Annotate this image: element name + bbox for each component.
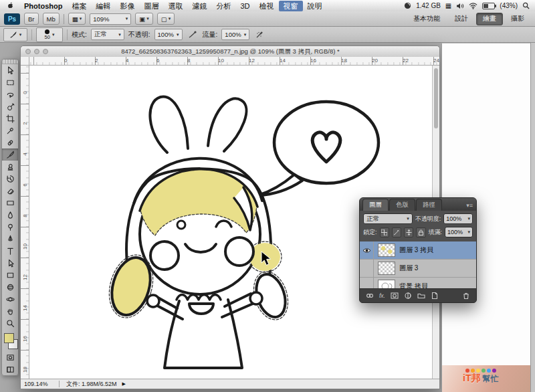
eraser-tool[interactable] — [2, 185, 18, 197]
screen-mode-toggle-icon[interactable] — [2, 363, 18, 375]
menu-view[interactable]: 檢視 — [255, 1, 279, 11]
layer-row[interactable]: 背景 拷貝 — [360, 278, 476, 288]
ruler-corner[interactable] — [21, 57, 29, 66]
zoom-button[interactable] — [43, 49, 48, 54]
layer-thumbnail[interactable] — [378, 280, 395, 288]
quick-selection-tool[interactable] — [2, 100, 18, 112]
marquee-tool[interactable] — [2, 76, 18, 88]
zoom-tool[interactable] — [2, 317, 18, 329]
visibility-toggle[interactable] — [360, 278, 374, 288]
layer-thumbnail[interactable] — [378, 262, 395, 275]
visibility-toggle[interactable] — [360, 241, 374, 259]
screen-mode-icon[interactable]: ▢▾ — [157, 13, 175, 25]
lasso-tool[interactable] — [2, 88, 18, 100]
new-layer-icon[interactable] — [431, 292, 439, 300]
lock-image-icon[interactable] — [392, 227, 401, 237]
menu-layer[interactable]: 圖層 — [139, 1, 163, 11]
lock-position-icon[interactable] — [404, 227, 413, 237]
tab-layers[interactable]: 圖層 — [362, 199, 389, 211]
gradient-tool[interactable] — [2, 197, 18, 209]
layer-mask-icon[interactable] — [391, 292, 399, 300]
document-titlebar[interactable]: 8472_662508363762363_1259950877_n.jpg @ … — [21, 46, 439, 58]
lock-all-icon[interactable] — [416, 227, 425, 237]
delete-layer-icon[interactable] — [462, 292, 470, 300]
workspace-design[interactable]: 設計 — [448, 13, 475, 25]
menu-help[interactable]: 說明 — [303, 1, 327, 11]
screen-edge-scrollbar[interactable] — [530, 43, 535, 392]
memory-app-icon[interactable] — [404, 2, 411, 9]
layer-row[interactable]: 圖層 3 拷貝 — [360, 241, 476, 260]
ruler-top[interactable]: 0 2 4 6 8 10 12 14 16 18 20 22 24 — [29, 57, 439, 66]
layer-thumbnail[interactable] — [378, 243, 395, 257]
input-source-icon[interactable]: ▦ — [445, 2, 451, 9]
visibility-toggle[interactable] — [360, 260, 374, 277]
volume-icon[interactable] — [456, 3, 464, 9]
menu-select[interactable]: 選取 — [163, 1, 187, 11]
tab-paths[interactable]: 路徑 — [416, 199, 442, 211]
close-button[interactable] — [25, 49, 31, 54]
quick-mask-icon[interactable] — [2, 351, 18, 363]
spotlight-icon[interactable] — [522, 2, 530, 9]
tablet-pressure-opacity-icon[interactable] — [187, 29, 199, 41]
zoom-level-dropdown[interactable]: 109%▾ — [90, 13, 131, 25]
panel-menu-icon[interactable]: ▾≡ — [466, 202, 476, 211]
foreground-color-swatch[interactable] — [4, 333, 14, 343]
launch-bridge-button[interactable]: Br — [24, 13, 39, 25]
workspace-painting[interactable]: 繪畫 — [476, 13, 503, 25]
shape-tool[interactable] — [2, 269, 18, 281]
pen-tool[interactable] — [2, 233, 18, 245]
menu-filter[interactable]: 濾鏡 — [187, 1, 211, 11]
tab-channels[interactable]: 色版 — [389, 199, 415, 211]
layer-name[interactable]: 圖層 3 — [399, 264, 418, 273]
adjustment-layer-icon[interactable] — [404, 292, 412, 300]
layer-name[interactable]: 背景 拷貝 — [399, 282, 428, 288]
healing-brush-tool[interactable] — [2, 136, 18, 149]
blend-mode-select[interactable]: 正常▾ — [91, 29, 124, 40]
menu-3d[interactable]: 3D — [235, 1, 254, 11]
window-buttons[interactable] — [21, 49, 48, 54]
status-menu-arrow[interactable]: ▶ — [122, 381, 126, 387]
tool-preset-dropdown[interactable]: ▾ — [3, 28, 27, 41]
wifi-icon[interactable] — [469, 3, 477, 9]
link-layers-icon[interactable] — [366, 292, 374, 300]
path-selection-tool[interactable] — [2, 257, 18, 269]
minimize-button[interactable] — [34, 49, 39, 54]
layer-name[interactable]: 圖層 3 拷貝 — [399, 246, 433, 255]
new-group-icon[interactable] — [417, 292, 425, 300]
opacity-select[interactable]: 100%▾ — [154, 29, 183, 40]
history-brush-tool[interactable] — [2, 173, 18, 185]
battery-icon[interactable] — [482, 3, 495, 9]
brush-tool[interactable] — [2, 149, 18, 161]
menu-window[interactable]: 視窗 — [279, 1, 303, 11]
ruler-left[interactable]: 0 2 4 6 8 10 12 14 16 18 — [21, 66, 29, 379]
apple-menu-icon[interactable] — [0, 1, 19, 10]
type-tool[interactable] — [2, 245, 18, 257]
menu-file[interactable]: 檔案 — [67, 1, 91, 11]
view-extras-icon[interactable]: ▦▾ — [68, 13, 86, 25]
clone-stamp-tool[interactable] — [2, 161, 18, 173]
mini-bridge-button[interactable]: Mb — [43, 13, 60, 25]
crop-tool[interactable] — [2, 112, 18, 124]
move-tool[interactable] — [2, 64, 18, 76]
menu-edit[interactable]: 編輯 — [91, 1, 115, 11]
panel-grip[interactable] — [2, 60, 18, 64]
layer-opacity-value[interactable]: 100%▾ — [443, 213, 473, 224]
layer-fill-value[interactable]: 100%▾ — [445, 227, 473, 237]
brush-preset-picker[interactable]: 50 ▾ — [36, 27, 63, 42]
3d-orbit-tool[interactable] — [2, 293, 18, 305]
layer-blend-mode-select[interactable]: 正常▾ — [363, 213, 413, 224]
menu-image[interactable]: 影像 — [115, 1, 139, 11]
flow-select[interactable]: 100%▾ — [221, 29, 249, 40]
layer-style-icon[interactable]: fx. — [379, 292, 385, 299]
status-zoom[interactable]: 109.14% — [21, 381, 60, 387]
hand-tool[interactable] — [2, 305, 18, 317]
workspace-photography[interactable]: 攝影 — [504, 13, 531, 25]
airbrush-icon[interactable] — [253, 29, 265, 41]
lock-transparent-icon[interactable] — [380, 227, 389, 237]
eyedropper-tool[interactable] — [2, 124, 18, 136]
dodge-tool[interactable] — [2, 221, 18, 233]
3d-rotate-tool[interactable] — [2, 281, 18, 293]
menu-analysis[interactable]: 分析 — [211, 1, 235, 11]
layer-row[interactable]: 圖層 3 — [360, 260, 476, 278]
blur-tool[interactable] — [2, 209, 18, 221]
